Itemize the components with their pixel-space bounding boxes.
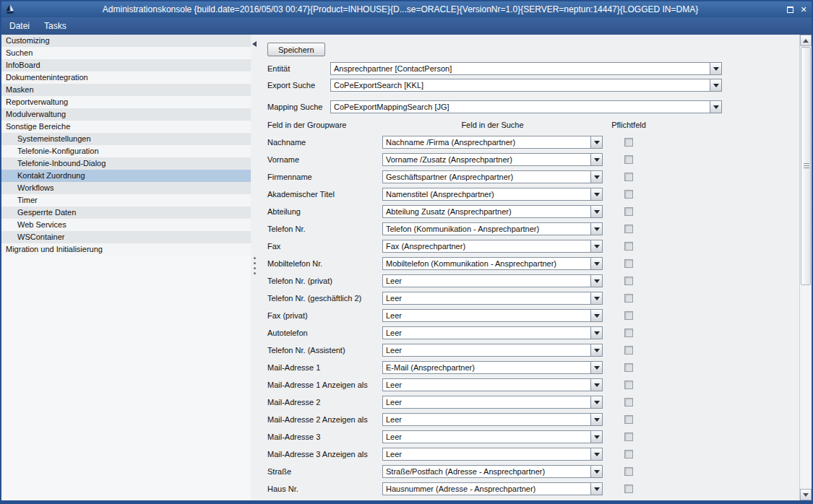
search-field-combobox[interactable]: Nachname /Firma (Ansprechpartner)	[382, 136, 603, 149]
dropdown-arrow-icon[interactable]	[590, 344, 602, 356]
search-field-combobox[interactable]: Leer	[382, 344, 603, 357]
dropdown-arrow-icon[interactable]	[590, 310, 602, 321]
search-field-combobox[interactable]: Straße/Postfach (Adresse - Ansprechpartn…	[382, 465, 603, 478]
dropdown-arrow-icon[interactable]	[590, 414, 602, 425]
dropdown-arrow-icon[interactable]	[590, 466, 602, 477]
search-field-combobox[interactable]: Leer	[382, 448, 603, 461]
dropdown-arrow-icon[interactable]	[590, 379, 602, 391]
sidebar-item-label: Suchen	[6, 48, 33, 57]
pflichtfeld-checkbox[interactable]	[624, 346, 633, 355]
search-field-combobox[interactable]: Mobiltelefon (Kommunikation - Ansprechpa…	[382, 257, 603, 270]
pflichtfeld-checkbox[interactable]	[624, 398, 633, 407]
search-field-combobox[interactable]: Leer	[382, 413, 603, 426]
pflichtfeld-checkbox[interactable]	[624, 381, 633, 389]
search-field-combobox[interactable]: Leer	[382, 396, 603, 409]
scroll-down-button[interactable]	[800, 489, 812, 500]
search-field-combobox[interactable]: Leer	[382, 309, 603, 322]
sidebar-item-infoboard[interactable]: InfoBoard	[1, 59, 251, 71]
dropdown-arrow-icon[interactable]	[590, 275, 602, 287]
dropdown-arrow-icon[interactable]	[710, 79, 721, 91]
menu-datei[interactable]: Datei	[9, 21, 30, 31]
dropdown-arrow-icon[interactable]	[590, 431, 602, 443]
dropdown-arrow-icon[interactable]	[590, 154, 602, 165]
pflichtfeld-checkbox[interactable]	[624, 155, 633, 164]
sidebar-item-telefonie-inbound-dialog[interactable]: Telefonie-Inbound-Dialog	[1, 157, 251, 170]
search-field-combobox[interactable]: Leer	[382, 292, 603, 305]
scrollbar-thumb[interactable]	[801, 47, 811, 285]
sidebar-item-gesperrte-daten[interactable]: Gesperrte Daten	[1, 207, 251, 219]
sidebar-item-masken[interactable]: Masken	[1, 84, 251, 96]
sidebar-item-workflows[interactable]: Workflows	[1, 182, 251, 194]
pflichtfeld-checkbox[interactable]	[624, 259, 633, 268]
search-field-combobox[interactable]: Geschäftspartner (Ansprechpartner)	[382, 170, 603, 183]
search-field-combobox[interactable]: Leer	[382, 326, 603, 339]
pflichtfeld-checkbox[interactable]	[624, 173, 633, 181]
search-field-combobox[interactable]: E-Mail (Ansprechpartner)	[382, 361, 603, 374]
pflichtfeld-checkbox[interactable]	[624, 207, 633, 216]
scroll-up-button[interactable]	[800, 35, 812, 46]
search-field-combobox[interactable]: Hausnummer (Adresse - Ansprechpartner)	[382, 482, 603, 495]
dropdown-arrow-icon[interactable]	[590, 188, 602, 200]
pflichtfeld-checkbox[interactable]	[624, 467, 633, 476]
dropdown-arrow-icon[interactable]	[710, 63, 721, 74]
dropdown-arrow-icon[interactable]	[590, 223, 602, 235]
pflichtfeld-checkbox[interactable]	[624, 294, 633, 303]
title-bar[interactable]: Administrationskonsole {build.date=2016/…	[1, 1, 812, 17]
sidebar-item-timer[interactable]: Timer	[1, 194, 251, 207]
sidebar-item-reportverwaltung[interactable]: Reportverwaltung	[1, 96, 251, 108]
sidebar-item-migration-und-initialisierung[interactable]: Migration und Initialisierung	[1, 243, 251, 256]
vertical-scrollbar[interactable]	[799, 35, 812, 500]
pflichtfeld-checkbox[interactable]	[624, 363, 633, 372]
sidebar-item-dokumentenintegration[interactable]: Dokumentenintegration	[1, 71, 251, 84]
search-field-combobox[interactable]: Fax (Ansprechpartner)	[382, 240, 603, 253]
pflichtfeld-checkbox[interactable]	[624, 450, 633, 459]
pflichtfeld-checkbox[interactable]	[624, 329, 633, 337]
dropdown-arrow-icon[interactable]	[590, 327, 602, 339]
pflichtfeld-checkbox[interactable]	[624, 277, 633, 285]
dropdown-arrow-icon[interactable]	[590, 448, 602, 460]
dropdown-arrow-icon[interactable]	[590, 362, 602, 373]
dropdown-arrow-icon[interactable]	[590, 483, 602, 495]
search-field-combobox[interactable]: Leer	[382, 430, 603, 443]
search-field-combobox[interactable]: Abteilung Zusatz (Ansprechpartner)	[382, 205, 603, 218]
field-combobox[interactable]: CoPeExportSearch [KKL]	[330, 79, 722, 92]
sidebar-item-customizing[interactable]: Customizing	[1, 35, 251, 47]
pflichtfeld-checkbox[interactable]	[624, 225, 633, 233]
menu-tasks[interactable]: Tasks	[44, 21, 66, 31]
search-field-combobox[interactable]: Vorname /Zusatz (Ansprechpartner)	[382, 153, 603, 166]
pflichtfeld-checkbox[interactable]	[624, 415, 633, 424]
dropdown-arrow-icon[interactable]	[590, 171, 602, 183]
search-field-combobox[interactable]: Telefon (Kommunikation - Ansprechpartner…	[382, 222, 603, 235]
maximize-button[interactable]	[785, 4, 795, 14]
dropdown-arrow-icon[interactable]	[590, 258, 602, 269]
pflichtfeld-checkbox[interactable]	[624, 485, 633, 493]
sidebar-item-suchen[interactable]: Suchen	[1, 47, 251, 59]
dropdown-arrow-icon[interactable]	[590, 136, 602, 148]
field-combobox[interactable]: CoPeExportMappingSearch [JG]	[330, 100, 722, 113]
dropdown-arrow-icon[interactable]	[590, 292, 602, 304]
sidebar-item-kontakt-zuordnung[interactable]: Kontakt Zuordnung	[1, 170, 251, 182]
pflichtfeld-checkbox[interactable]	[624, 311, 633, 320]
pflichtfeld-checkbox[interactable]	[624, 433, 633, 441]
splitter[interactable]	[251, 35, 259, 500]
save-button[interactable]: Speichern	[267, 43, 325, 56]
pflichtfeld-checkbox[interactable]	[624, 190, 633, 199]
search-field-combobox[interactable]: Namenstitel (Ansprechpartner)	[382, 188, 603, 201]
sidebar-item-modulverwaltung[interactable]: Modulverwaltung	[1, 108, 251, 121]
search-field-combobox[interactable]: Leer	[382, 274, 603, 287]
dropdown-arrow-icon[interactable]	[590, 240, 602, 252]
sidebar-item-telefonie-konfiguration[interactable]: Telefonie-Konfiguration	[1, 145, 251, 157]
sidebar-item-web-services[interactable]: Web Services	[1, 219, 251, 231]
collapse-left-icon[interactable]	[252, 41, 257, 47]
dropdown-arrow-icon[interactable]	[590, 396, 602, 408]
search-field-combobox[interactable]: Leer	[382, 378, 603, 391]
dropdown-arrow-icon[interactable]	[710, 101, 721, 113]
close-button[interactable]: ✕	[799, 4, 809, 14]
dropdown-arrow-icon[interactable]	[590, 206, 602, 217]
pflichtfeld-checkbox[interactable]	[624, 242, 633, 251]
pflichtfeld-checkbox[interactable]	[624, 138, 633, 147]
sidebar-item-sonstige-bereiche[interactable]: Sonstige Bereiche	[1, 121, 251, 133]
field-combobox[interactable]: Ansprechpartner [ContactPerson]	[330, 62, 722, 75]
sidebar-item-systemeinstellungen[interactable]: Systemeinstellungen	[1, 133, 251, 145]
sidebar-item-wscontainer[interactable]: WSContainer	[1, 231, 251, 243]
